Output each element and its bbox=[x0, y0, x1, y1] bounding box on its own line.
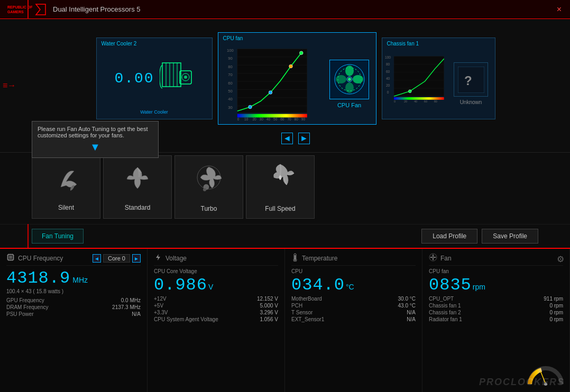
voltage-sub-label: CPU Core Voltage bbox=[154, 268, 278, 274]
cpu-freq-next[interactable]: ► bbox=[132, 254, 141, 263]
turbo-label: Turbo bbox=[201, 205, 217, 212]
fan-mode-section: Please run Fan Auto Tuning to get the be… bbox=[0, 153, 570, 224]
tooltip-arrow-icon: ▼ bbox=[90, 141, 100, 153]
nav-prev-button[interactable]: ◄ bbox=[281, 133, 293, 144]
svg-point-52 bbox=[348, 78, 351, 81]
svg-text:100: 100 bbox=[385, 55, 391, 59]
svg-point-48 bbox=[353, 75, 363, 83]
stat-value: N/A bbox=[132, 311, 141, 317]
fan-mode-fullspeed[interactable]: Full Speed bbox=[246, 155, 315, 219]
stat-row-chassis1: Chassis fan 1 0 rpm bbox=[429, 302, 563, 309]
voltage-title: Voltage bbox=[166, 255, 187, 262]
stat-value: 3.296 V bbox=[260, 310, 278, 315]
load-profile-button[interactable]: Load Profile bbox=[421, 229, 477, 244]
stat-row-cpu-opt: CPU_OPT 911 rpm bbox=[429, 295, 563, 302]
voltage-value-row: 0.986 V bbox=[154, 275, 278, 295]
stat-label: CPU_OPT bbox=[429, 296, 454, 302]
cpu-chip-icon bbox=[6, 253, 15, 262]
cpu-icon bbox=[6, 253, 15, 264]
svg-point-42 bbox=[269, 91, 272, 95]
stat-value: 0 rpm bbox=[549, 310, 563, 315]
svg-text:20: 20 bbox=[252, 117, 256, 121]
temp-icon bbox=[291, 253, 299, 264]
voltage-header: Voltage bbox=[154, 253, 278, 266]
cpu-frequency-panel: CPU Frequency ◄ Core 0 ► 4318.9 MHz 100.… bbox=[0, 249, 148, 392]
close-button[interactable]: × bbox=[554, 4, 565, 15]
svg-text:90: 90 bbox=[228, 56, 233, 61]
water-cooler-subtext: Water Cooler bbox=[140, 109, 168, 115]
save-profile-button[interactable]: Save Profile bbox=[482, 229, 538, 244]
sidebar-toggle[interactable]: ≡→ bbox=[3, 81, 16, 90]
cpu-fan-icon-label: CPU Fan bbox=[337, 102, 361, 108]
stat-label: +12V bbox=[154, 296, 167, 302]
voltage-unit: V bbox=[208, 283, 213, 291]
chassis-graph: 100 80 60 40 20 0 bbox=[385, 51, 450, 116]
lightning-icon bbox=[154, 253, 162, 262]
stat-value: 43.0 °C bbox=[398, 303, 416, 309]
svg-text:80: 80 bbox=[228, 64, 233, 69]
temp-title: Temperature bbox=[302, 255, 337, 262]
settings-gear-button[interactable]: ⚙ bbox=[557, 254, 564, 264]
cpu-fan-box bbox=[329, 60, 369, 99]
fan-mode-silent[interactable]: Silent bbox=[32, 155, 100, 219]
svg-point-41 bbox=[248, 105, 252, 109]
svg-point-49 bbox=[345, 82, 354, 93]
fan-tuning-button[interactable]: Fan Tuning bbox=[32, 229, 84, 244]
stat-row-12v: +12V 12.152 V bbox=[154, 295, 278, 302]
cpu-freq-prev[interactable]: ◄ bbox=[93, 254, 101, 263]
chassis-inner: 100 80 60 40 20 0 bbox=[382, 38, 495, 119]
fan-mode-standard[interactable]: Standard bbox=[103, 155, 172, 219]
stat-label: T Sensor bbox=[291, 310, 312, 315]
stat-value: 911 rpm bbox=[544, 296, 563, 302]
water-cooler-digits: 0.00 bbox=[114, 70, 154, 87]
fan-stats-icon bbox=[429, 253, 437, 264]
stat-label: DRAM Frequency bbox=[6, 304, 48, 310]
chassis-icon-box: ? bbox=[454, 62, 488, 97]
fan-sub-label: CPU fan bbox=[429, 268, 563, 274]
watermark: PROCLOCKERS bbox=[479, 377, 565, 388]
fan-spinning-icon bbox=[429, 253, 437, 262]
svg-text:60: 60 bbox=[280, 117, 284, 121]
fan-mode-turbo[interactable]: Turbo bbox=[174, 155, 243, 219]
turbo-icon bbox=[193, 162, 225, 202]
chassis-icon-area: ? Unknown bbox=[450, 51, 492, 116]
water-cooler-card[interactable]: Water Cooler 2 0.00 bbox=[96, 38, 213, 119]
standard-mode-svg bbox=[122, 163, 153, 195]
stat-label: GPU Frequency bbox=[6, 297, 44, 303]
svg-rect-77 bbox=[9, 256, 12, 259]
svg-text:40: 40 bbox=[413, 100, 417, 103]
stat-value: N/A bbox=[407, 310, 416, 315]
temp-header: Temperature bbox=[291, 253, 416, 266]
stat-row-5v: +5V 5.000 V bbox=[154, 302, 278, 309]
temp-sub-label: CPU bbox=[291, 268, 416, 274]
svg-text:80: 80 bbox=[434, 100, 437, 103]
svg-text:40: 40 bbox=[266, 117, 270, 121]
svg-text:50: 50 bbox=[228, 89, 233, 94]
svg-text:40: 40 bbox=[385, 77, 390, 80]
fan-tooltip: Please run Fan Auto Tuning to get the be… bbox=[32, 121, 159, 158]
fan-panel: Fan CPU fan 0835 rpm CPU_OPT 911 rpm Cha… bbox=[422, 249, 570, 392]
svg-text:GAMERS: GAMERS bbox=[7, 10, 24, 14]
profile-buttons: Load Profile Save Profile bbox=[421, 229, 538, 244]
silent-mode-svg bbox=[50, 163, 82, 195]
fan-stats-title: Fan bbox=[440, 255, 452, 262]
chassis-fan-card[interactable]: Chassis fan 1 100 80 60 40 20 0 bbox=[382, 38, 495, 119]
chassis-icon-svg: ? bbox=[458, 67, 484, 93]
cpu-freq-sub: 100.4 × 43 ( 15.8 watts ) bbox=[6, 288, 141, 294]
svg-text:?: ? bbox=[464, 73, 472, 88]
thermometer-icon bbox=[291, 253, 299, 262]
fan-header: Fan bbox=[429, 253, 563, 266]
svg-point-70 bbox=[408, 90, 411, 93]
cpu-freq-value-row: 4318.9 MHz bbox=[6, 268, 141, 288]
svg-text:10: 10 bbox=[244, 117, 249, 121]
fan-rpm-unit: rpm bbox=[473, 283, 485, 291]
svg-point-96 bbox=[433, 257, 434, 258]
cpu-fan-inner: 100 90 80 70 60 50 40 30 bbox=[218, 33, 376, 124]
nav-next-button[interactable]: ► bbox=[298, 133, 310, 144]
svg-text:80: 80 bbox=[385, 62, 390, 66]
fullspeed-mode-svg bbox=[264, 162, 296, 196]
svg-rect-64 bbox=[394, 97, 444, 100]
water-cooler-display: 0.00 bbox=[114, 70, 154, 87]
svg-text:100: 100 bbox=[227, 48, 234, 53]
cpu-fan-card[interactable]: CPU fan 100 90 80 70 60 50 40 bbox=[218, 32, 376, 125]
